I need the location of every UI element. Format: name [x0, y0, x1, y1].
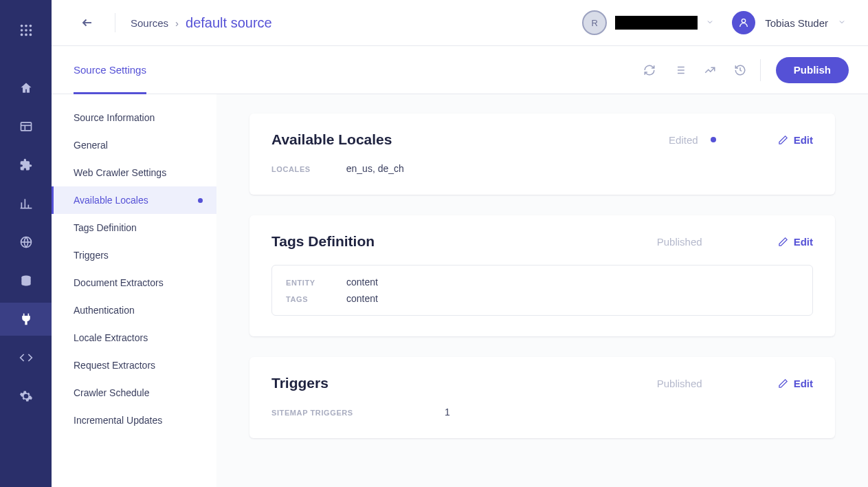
chart-icon[interactable]	[0, 187, 52, 220]
edit-button[interactable]: Edit	[778, 134, 813, 146]
apps-icon[interactable]	[0, 12, 52, 48]
divider	[760, 59, 761, 81]
subnav: Source Information General Web Crawler S…	[52, 94, 216, 487]
card-tags-definition: Tags Definition Published Edit ENTITY co…	[249, 215, 835, 336]
home-icon[interactable]	[0, 72, 52, 105]
crumb-current: default source	[186, 15, 272, 31]
subnav-item-available-locales[interactable]: Available Locales	[52, 186, 216, 214]
svg-point-7	[25, 34, 27, 36]
plug-icon[interactable]	[0, 303, 52, 336]
svg-point-2	[29, 25, 32, 28]
status-text: Edited	[669, 134, 698, 146]
svg-point-20	[742, 19, 746, 23]
refresh-icon[interactable]	[643, 64, 656, 76]
crumb-root[interactable]: Sources	[131, 17, 168, 29]
svg-point-6	[20, 34, 23, 36]
globe-icon[interactable]	[0, 226, 52, 259]
edit-button[interactable]: Edit	[778, 378, 813, 389]
subnav-item-authentication[interactable]: Authentication	[52, 296, 216, 324]
status-dot-icon	[711, 137, 716, 142]
changed-dot-icon	[198, 198, 203, 203]
org-name-redacted	[615, 16, 698, 30]
chevron-down-icon	[838, 17, 846, 29]
kv-label: LOCALES	[271, 165, 311, 173]
panels-scroll[interactable]: Available Locales Edited Edit LOCALES en…	[216, 94, 868, 487]
user-switcher[interactable]: Tobias Studer	[732, 11, 846, 34]
status-text: Published	[657, 378, 702, 389]
subnav-item-label: Available Locales	[74, 195, 148, 206]
subnav-item-tags-definition[interactable]: Tags Definition	[52, 214, 216, 241]
svg-point-4	[25, 29, 27, 32]
subnav-item-incremental-updates[interactable]: Incremental Updates	[52, 407, 216, 434]
tab-source-settings[interactable]: Source Settings	[74, 46, 146, 94]
back-button[interactable]	[78, 13, 97, 32]
content-row: Source Information General Web Crawler S…	[52, 94, 868, 487]
breadcrumb: Sources › default source	[131, 15, 272, 31]
kv-value: content	[346, 293, 378, 304]
card-available-locales: Available Locales Edited Edit LOCALES en…	[249, 113, 835, 195]
kv-value: en_us, de_ch	[346, 163, 404, 174]
subnav-item-request-extractors[interactable]: Request Extractors	[52, 351, 216, 379]
code-icon[interactable]	[0, 341, 52, 374]
publish-button[interactable]: Publish	[776, 57, 849, 83]
kv-label: TAGS	[286, 295, 346, 303]
svg-point-8	[29, 34, 32, 36]
list-icon[interactable]	[674, 64, 686, 76]
subnav-item-document-extractors[interactable]: Document Extractors	[52, 269, 216, 296]
svg-point-0	[20, 25, 23, 28]
chevron-down-icon	[706, 17, 714, 29]
edit-button[interactable]: Edit	[778, 236, 813, 248]
main-column: Sources › default source R Tobias Studer…	[52, 0, 868, 487]
kv-value: 1	[445, 407, 450, 418]
svg-rect-9	[21, 122, 31, 131]
history-icon[interactable]	[734, 64, 746, 76]
puzzle-icon[interactable]	[0, 149, 52, 182]
kv-label: SITEMAP TRIGGERS	[271, 409, 409, 417]
database-icon[interactable]	[0, 264, 52, 297]
toolbar-icons	[643, 64, 746, 76]
edit-label: Edit	[794, 378, 813, 389]
subnav-item-source-information[interactable]: Source Information	[52, 104, 216, 131]
left-rail	[0, 0, 52, 487]
user-name: Tobias Studer	[765, 17, 828, 29]
kv-value: content	[346, 277, 378, 288]
gear-icon[interactable]	[0, 380, 52, 413]
subnav-item-triggers[interactable]: Triggers	[52, 241, 216, 269]
card-title: Available Locales	[271, 131, 392, 148]
org-avatar: R	[582, 10, 607, 35]
layout-icon[interactable]	[0, 110, 52, 143]
divider	[115, 13, 115, 32]
subnav-item-locale-extractors[interactable]: Locale Extractors	[52, 324, 216, 351]
chevron-right-icon: ›	[175, 17, 179, 29]
svg-point-3	[20, 29, 23, 32]
subnav-item-crawler-schedule[interactable]: Crawler Schedule	[52, 379, 216, 407]
subnav-item-general[interactable]: General	[52, 131, 216, 159]
tags-inner-box: ENTITY content TAGS content	[271, 265, 813, 316]
tabbar: Source Settings Publish	[52, 46, 868, 94]
analytics-icon[interactable]	[704, 64, 716, 76]
user-avatar	[732, 11, 755, 34]
edit-label: Edit	[794, 236, 813, 248]
card-title: Triggers	[271, 375, 329, 391]
svg-point-1	[25, 25, 27, 28]
status-text: Published	[657, 236, 702, 248]
card-triggers: Triggers Published Edit SITEMAP TRIGGERS…	[249, 357, 835, 438]
org-switcher[interactable]: R	[582, 10, 714, 35]
topbar: Sources › default source R Tobias Studer	[52, 0, 868, 46]
edit-label: Edit	[794, 134, 813, 146]
card-title: Tags Definition	[271, 233, 375, 250]
subnav-item-web-crawler-settings[interactable]: Web Crawler Settings	[52, 159, 216, 186]
svg-point-5	[29, 29, 32, 32]
kv-label: ENTITY	[286, 279, 346, 287]
